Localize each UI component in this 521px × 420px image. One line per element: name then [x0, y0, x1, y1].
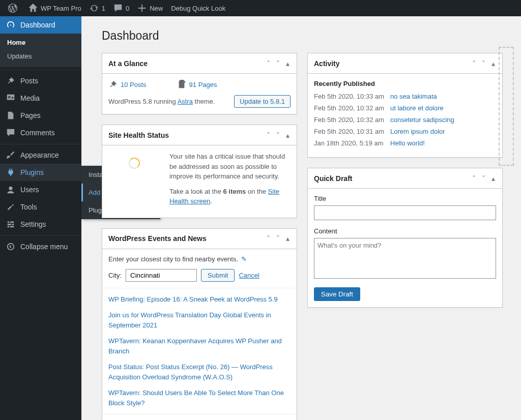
save-draft-button[interactable]: Save Draft [314, 287, 360, 301]
menu-media[interactable]: Media [0, 89, 81, 107]
news-link[interactable]: Post Status: Post Status Excerpt (No. 26… [108, 362, 291, 382]
city-label: City: [108, 272, 122, 279]
toggle-icon[interactable]: ▴ [285, 233, 291, 244]
activity-row: Feb 5th 2020, 10:32 amconsetetur sadipsc… [314, 116, 496, 124]
refresh-icon [90, 4, 99, 13]
activity-row: Feb 5th 2020, 10:31 amLorem ipsum dolor [314, 128, 496, 135]
comment-icon [113, 4, 123, 13]
pages-count-link[interactable]: 91 Pages [177, 80, 217, 89]
city-prompt: Enter your closest city to find nearby e… [108, 255, 291, 263]
news-link[interactable]: WPTavern: Should Users Be Able To Select… [108, 388, 291, 408]
widget-drop-zone[interactable] [499, 47, 514, 166]
update-button[interactable]: Update to 5.8.1 [234, 95, 291, 108]
recently-published-heading: Recently Published [314, 80, 496, 87]
toggle-icon[interactable]: ▴ [285, 130, 291, 140]
post-link[interactable]: ut labore et dolore [390, 104, 444, 112]
city-input[interactable] [126, 269, 197, 282]
activity-row: Feb 5th 2020, 10:33 amno sea takimata [314, 93, 496, 100]
updates-link[interactable]: 1 [85, 0, 109, 16]
draft-title-input[interactable] [314, 205, 496, 220]
site-name-link[interactable]: WP Team Pro [24, 0, 85, 16]
site-health-box: Site Health Status ˄˅▴ Your site has a c… [102, 125, 297, 218]
news-link[interactable]: WP Briefing: Episode 16: A Sneak Peek at… [108, 294, 291, 305]
move-down-icon[interactable]: ˅ [275, 130, 281, 140]
move-up-icon[interactable]: ˄ [266, 58, 271, 69]
menu-posts[interactable]: Posts [0, 72, 81, 89]
new-link[interactable]: New [133, 0, 167, 16]
move-down-icon[interactable]: ˅ [275, 58, 281, 69]
comment-icon [6, 128, 15, 137]
comments-link[interactable]: 0 [109, 0, 133, 16]
collapse-menu[interactable]: Collapse menu [0, 238, 81, 255]
content-label: Content [314, 227, 496, 235]
brush-icon [6, 151, 15, 160]
events-news-title: WordPress Events and News [108, 234, 207, 243]
home-icon [28, 4, 38, 13]
admin-bar: WP Team Pro 1 0 New Debug Quick Look [0, 0, 521, 16]
submenu-updates[interactable]: Updates [0, 49, 81, 63]
menu-settings[interactable]: Settings [0, 216, 81, 233]
debug-link[interactable]: Debug Quick Look [167, 0, 229, 16]
toggle-icon[interactable]: ▴ [490, 173, 496, 184]
move-up-icon[interactable]: ˄ [266, 233, 271, 244]
media-icon [6, 94, 15, 103]
settings-icon [6, 220, 15, 229]
move-up-icon[interactable]: ˄ [266, 130, 271, 140]
menu-appearance[interactable]: Appearance [0, 146, 81, 164]
move-down-icon[interactable]: ˅ [481, 173, 486, 184]
quick-draft-title: Quick Draft [314, 174, 352, 183]
move-down-icon[interactable]: ˅ [481, 58, 486, 69]
move-down-icon[interactable]: ˅ [275, 233, 281, 244]
menu-comments[interactable]: Comments [0, 124, 81, 141]
activity-row: Jan 18th 2020, 5:19 amHello world! [314, 139, 496, 147]
submenu-home[interactable]: Home [0, 36, 81, 49]
dashboard-icon [6, 20, 15, 29]
health-message: Your site has a critical issue that shou… [169, 152, 291, 182]
activity-row: Feb 5th 2020, 10:32 amut labore et dolor… [314, 104, 496, 112]
news-link[interactable]: Join us for WordPress Translation Day Gl… [108, 310, 291, 330]
pages-icon [177, 80, 186, 89]
health-items-text: Take a look at the 6 items on the Site H… [169, 187, 291, 206]
move-up-icon[interactable]: ˄ [471, 58, 477, 69]
news-link[interactable]: WPTavern: Keanan Koppenhaver Acquires WP… [108, 336, 291, 356]
cancel-link[interactable]: Cancel [239, 272, 259, 279]
post-link[interactable]: consetetur sadipscing [390, 116, 454, 124]
activity-box: Activity ˄˅▴ Recently Published Feb 5th … [307, 53, 503, 158]
plug-icon [6, 168, 15, 177]
theme-link[interactable]: Astra [178, 98, 193, 105]
page-title: Dashboard [92, 21, 513, 53]
menu-pages[interactable]: Pages [0, 107, 81, 124]
title-label: Title [314, 195, 496, 202]
submit-button[interactable]: Submit [201, 269, 235, 282]
post-link[interactable]: no sea takimata [390, 93, 437, 100]
draft-content-textarea[interactable] [314, 238, 496, 279]
pin-icon [6, 76, 15, 85]
admin-sidebar: Dashboard Home Updates Posts Media Pages… [0, 16, 81, 420]
events-news-box: WordPress Events and News ˄˅▴ Enter your… [102, 228, 297, 421]
post-link[interactable]: Hello world! [390, 139, 425, 147]
menu-plugins[interactable]: Plugins [0, 164, 81, 181]
posts-count-link[interactable]: 10 Posts [108, 80, 147, 89]
at-a-glance-box: At a Glance ˄ ˅ ▴ 10 Posts 91 Pages [102, 53, 297, 114]
toggle-icon[interactable]: ▴ [285, 58, 291, 69]
quick-draft-box: Quick Draft ˄˅▴ Title Content Save Draft [307, 168, 503, 308]
activity-title: Activity [314, 59, 340, 68]
pages-icon [6, 111, 15, 120]
user-icon [6, 185, 15, 194]
main-content: Dashboard At a Glance ˄ ˅ ▴ 10 P [92, 16, 513, 420]
at-a-glance-title: At a Glance [108, 59, 148, 68]
move-up-icon[interactable]: ˄ [471, 173, 477, 184]
menu-tools[interactable]: Tools [0, 198, 81, 216]
wp-version-text: WordPress 5.8 running Astra theme. [108, 98, 215, 105]
plus-icon [137, 4, 147, 13]
dashboard-submenu: Home Updates [0, 34, 81, 67]
site-health-title: Site Health Status [108, 131, 169, 139]
edit-icon[interactable]: ✎ [241, 255, 247, 263]
menu-users[interactable]: Users [0, 181, 81, 198]
wp-logo[interactable] [4, 0, 24, 16]
toggle-icon[interactable]: ▴ [490, 58, 496, 69]
collapse-icon [6, 242, 15, 251]
svg-point-0 [8, 244, 14, 250]
post-link[interactable]: Lorem ipsum dolor [390, 128, 445, 135]
menu-dashboard[interactable]: Dashboard [0, 16, 81, 34]
